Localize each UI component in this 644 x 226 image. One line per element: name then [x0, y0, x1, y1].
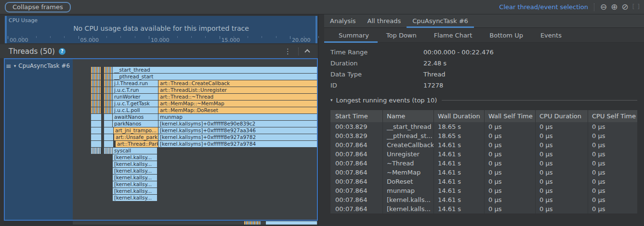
table-row[interactable]: 00:07.864[kernel.kalls...14.61 s0 µs0 µs…	[330, 195, 637, 204]
subtab-bottom-up[interactable]: Bottom Up	[481, 28, 532, 42]
flame-bar-kernel-kallsy[interactable]: [kernel.kallsy...	[113, 181, 157, 188]
flame-bar-kernel-kallsy[interactable]: [kernel.kallsy...	[113, 161, 157, 167]
help-icon[interactable]: ?	[59, 48, 66, 55]
flame-bar-kernel-kallsyms-0xffffff8e90e839c2[interactable]: [kernel.kallsyms]+0xffffff8e90e839c2	[158, 121, 317, 127]
kebab-menu-icon[interactable]: ⋮	[279, 47, 296, 56]
flame-activity-segment[interactable]	[104, 134, 113, 140]
flame-activity-segment[interactable]	[244, 221, 261, 225]
next-thread-flame-area[interactable]	[73, 221, 318, 225]
flame-bar-syscall[interactable]: syscall	[113, 148, 157, 154]
flame-bar-parknanos[interactable]: parkNanos	[113, 121, 158, 127]
reset-zoom-icon[interactable]: ⊘	[622, 3, 629, 11]
flame-activity-segment[interactable]	[104, 148, 112, 154]
table-row[interactable]: 00:07.864~MemMap14.61 s0 µs0 µs0 µs	[330, 168, 637, 177]
flame-bar-kernel-kallsyms-0xffffff8e927a9782[interactable]: [kernel.kallsyms]+0xffffff8e927a9782	[158, 134, 317, 140]
flame-activity-segment[interactable]	[266, 221, 317, 225]
drag-handle-icon[interactable]: ≡	[6, 62, 12, 70]
flame-activity-segment[interactable]	[91, 121, 101, 127]
column-header-name[interactable]: Name	[382, 110, 434, 122]
table-row[interactable]: 00:03.829__start_thread18.65 s0 µs0 µs0 …	[330, 122, 637, 131]
table-row[interactable]: 00:03.829__pthread_st...18.65 s0 µs0 µs0…	[330, 131, 637, 140]
flame-bar-awaitnanos[interactable]: awaitNanos	[113, 114, 158, 120]
cpu-usage-track[interactable]: CPU Usage No CPU usage data available fo…	[5, 16, 317, 43]
thread-expand-caret-icon[interactable]: ▾	[14, 63, 16, 68]
tab-analysis[interactable]: Analysis	[324, 14, 362, 27]
flame-activity-segment[interactable]	[104, 74, 112, 80]
flame-activity-segment[interactable]	[91, 80, 101, 87]
flame-bar-j-u-c-t-gettask[interactable]: j.u.c.T.getTask	[113, 100, 158, 107]
table-row[interactable]: 00:07.864[kernel.kalls...14.61 s0 µs0 µs…	[330, 204, 637, 213]
flame-bar-runworker[interactable]: runWorker	[113, 94, 158, 100]
flame-activity-segment[interactable]	[104, 80, 112, 87]
section-collapse-caret-icon[interactable]: ▾	[330, 98, 333, 102]
thread-track-selected[interactable]: ≡ ▾ CpuAsyncTask #6 __start_thread__pthr…	[4, 58, 318, 221]
flame-activity-segment[interactable]	[104, 127, 113, 134]
flame-bar-art-threadlist-unregister[interactable]: art::ThreadList::Unregister	[158, 87, 317, 93]
flame-bar-j-l-thread-run[interactable]: j.l.Thread.run	[113, 80, 158, 87]
collapse-frames-button[interactable]: Collapse frames	[5, 2, 71, 13]
flame-bar-j-u-c-t-run[interactable]: j.u.c.T.run	[113, 87, 158, 93]
flame-bar-start-thread[interactable]: __start_thread	[113, 67, 317, 73]
flame-bar-j-u-c-l-poll[interactable]: j.u.c.L.poll	[113, 107, 158, 113]
flame-bar-art-memmap-memmap[interactable]: art::MemMap::~MemMap	[158, 100, 317, 107]
tab-all-threads[interactable]: All threads	[362, 14, 407, 27]
flame-activity-segment[interactable]	[91, 107, 101, 113]
flame-activity-segment[interactable]	[104, 100, 112, 107]
flame-bar-kernel-kallsy[interactable]: [kernel.kallsy...	[113, 154, 157, 161]
flame-bar-art-thread-createcallback[interactable]: art::Thread::CreateCallback	[158, 80, 317, 87]
table-row[interactable]: 00:07.864munmap14.61 s0 µs0 µs0 µs	[330, 186, 637, 195]
flame-bar-art-thread-thread[interactable]: art::Thread::~Thread	[158, 94, 317, 100]
flame-bar-kernel-kallsy[interactable]: [kernel.kallsy...	[113, 168, 157, 174]
flame-activity-segment[interactable]	[91, 94, 101, 100]
flame-activity-segment[interactable]	[104, 107, 112, 113]
table-row[interactable]: 00:07.864Unregister14.61 s0 µs0 µs0 µs	[330, 150, 637, 159]
column-header-start-time[interactable]: Start Time	[330, 110, 382, 122]
table-row[interactable]: 00:07.864DoReset14.61 s0 µs0 µs0 µs	[330, 177, 637, 186]
flame-bar-kernel-kallsyms-0xffffff8e927aa346[interactable]: [kernel.kallsyms]+0xffffff8e927aa346	[158, 127, 317, 134]
flame-activity-segment[interactable]	[104, 141, 113, 147]
table-row[interactable]: 00:07.864~Thread14.61 s0 µs0 µs0 µs	[330, 159, 637, 168]
flame-bar-munmap[interactable]: munmap	[158, 114, 317, 120]
flame-activity-segment[interactable]	[91, 74, 101, 80]
flame-activity-segment[interactable]	[104, 94, 112, 100]
flame-bar-kernel-kallsyms-0xffffff8e927a9784[interactable]: [kernel.kallsyms]+0xffffff8e927a9784	[158, 141, 317, 147]
next-thread-label-column[interactable]	[4, 221, 73, 225]
subtab-flame-chart[interactable]: Flame Chart	[425, 28, 481, 42]
flame-activity-segment[interactable]	[104, 67, 112, 73]
collapse-section-button[interactable]	[301, 47, 314, 56]
flame-activity-segment[interactable]	[91, 87, 101, 93]
flame-chart-area[interactable]: __start_thread__pthread_startj.l.Thread.…	[73, 59, 317, 220]
flame-bar-art-jni-trampo[interactable]: art_jni_trampo...	[114, 127, 158, 134]
column-header-cpu-self-time[interactable]: CPU Self Time	[588, 110, 637, 122]
flame-activity-segment[interactable]	[91, 134, 101, 140]
flame-activity-segment[interactable]	[91, 100, 101, 107]
flame-activity-segment[interactable]	[91, 127, 101, 134]
subtab-events[interactable]: Events	[532, 28, 570, 42]
flame-bar-art-memmap-doreset[interactable]: art::MemMap::DoReset	[158, 107, 317, 113]
flame-activity-segment[interactable]	[91, 67, 101, 73]
flame-bar-kernel-kallsy[interactable]: [kernel.kallsy...	[113, 195, 157, 201]
clear-selection-link[interactable]: Clear thread/event selection	[499, 3, 588, 11]
flame-bar-kernel-kallsy[interactable]: [kernel.kallsy...	[113, 188, 157, 194]
flame-bar-art-unsafe-park[interactable]: art::Unsafe_park	[114, 134, 158, 140]
table-row[interactable]: 00:07.864CreateCallback14.61 s0 µs0 µs0 …	[330, 140, 637, 150]
subtab-summary[interactable]: Summary	[324, 28, 378, 42]
flame-activity-segment[interactable]	[104, 121, 112, 127]
column-header-wall-duration[interactable]: Wall Duration	[434, 110, 484, 122]
flame-bar-art-thread-park[interactable]: art::Thread::Park	[116, 141, 158, 147]
tab-cpuasynctask-6[interactable]: CpuAsyncTask #6	[407, 14, 474, 27]
flame-activity-segment[interactable]	[104, 114, 112, 120]
thread-track-next[interactable]	[4, 221, 318, 225]
flame-activity-segment[interactable]	[91, 148, 101, 154]
column-header-wall-self-time[interactable]: Wall Self Time	[484, 110, 535, 122]
subtab-top-down[interactable]: Top Down	[378, 28, 425, 42]
column-header-cpu-duration[interactable]: CPU Duration	[535, 110, 588, 122]
flame-bar-pthread-start[interactable]: __pthread_start	[113, 74, 317, 80]
flame-activity-segment[interactable]	[91, 114, 101, 120]
thread-label-column[interactable]: ≡ ▾ CpuAsyncTask #6	[5, 59, 73, 220]
flame-bar-kernel-kallsy[interactable]: [kernel.kallsy...	[113, 175, 157, 181]
zoom-in-icon[interactable]: ⊕	[611, 3, 618, 11]
pane-splitter[interactable]	[318, 14, 324, 226]
zoom-out-icon[interactable]: ⊖	[600, 3, 607, 11]
flame-activity-segment[interactable]	[91, 141, 101, 147]
